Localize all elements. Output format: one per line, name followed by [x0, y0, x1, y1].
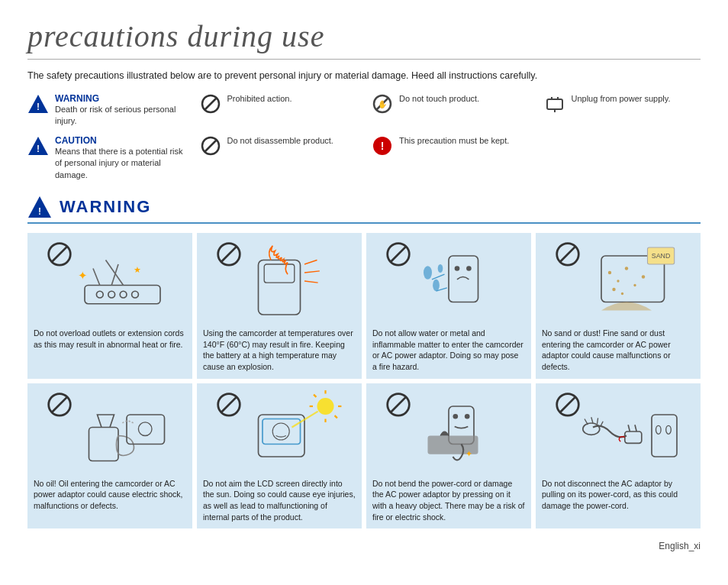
warning-section-header: ! WARNING	[27, 195, 701, 224]
footer: English_xi	[27, 541, 701, 551]
svg-point-53	[608, 271, 611, 274]
no-disassemble-legend-item: Do not disassemble product.	[200, 135, 357, 181]
svg-point-55	[625, 267, 628, 270]
caution-legend-text: CAUTION Means that there is a potential …	[55, 135, 185, 181]
svg-point-23	[108, 291, 115, 298]
warning-header-icon: !	[27, 195, 52, 219]
card-lcd: Do not aim the LCD screen directly into …	[197, 383, 362, 529]
card-temperature: Using the camcorder at temperatures over…	[197, 233, 362, 379]
svg-rect-34	[264, 264, 295, 283]
disconnect-illustration	[542, 389, 694, 473]
card-oil-image	[34, 389, 186, 473]
card-disconnect: Do not disconnect the AC adaptor by pull…	[536, 383, 701, 529]
svg-point-64	[138, 422, 152, 436]
svg-rect-67	[259, 415, 305, 457]
warning-cards-grid: ✦ ★ Do not overload outlets or extension…	[27, 233, 701, 529]
card-lcd-text: Do not aim the LCD screen directly into …	[203, 478, 356, 523]
must-keep-legend-text: This precaution must be kept.	[399, 135, 529, 147]
svg-text:!: !	[37, 144, 40, 154]
svg-line-26	[93, 268, 100, 285]
svg-point-42	[466, 266, 472, 271]
no-touch-legend-desc: Do not touch product.	[399, 93, 529, 105]
prohibited-legend-text: Prohibited action.	[227, 93, 357, 105]
card-water: Do not allow water or metal and inflamma…	[366, 233, 531, 379]
caution-legend-desc: Means that there is a potential risk of …	[55, 146, 185, 181]
prohibited-legend-item: Prohibited action.	[200, 93, 357, 128]
caution-legend-title: CAUTION	[55, 135, 185, 146]
card-bend-image: ✦	[372, 389, 525, 473]
svg-line-27	[111, 264, 118, 286]
card-sand-text: No sand or dust! Fine sand or dust enter…	[542, 328, 694, 373]
card-sand: SAND No sand or dust! Fine sand or dust …	[536, 233, 701, 379]
svg-text:SAND: SAND	[652, 252, 670, 260]
svg-rect-62	[89, 427, 119, 461]
svg-text:!: !	[37, 102, 40, 112]
svg-line-3	[205, 98, 217, 110]
warning-legend-text: WARNING Death or risk of serious persona…	[55, 93, 185, 128]
svg-line-37	[304, 281, 318, 283]
page-title: precautions during use	[27, 18, 701, 60]
card-bend-text: Do not bend the power-cord or damage the…	[372, 478, 525, 523]
card-overload-text: Do not overload outlets or extension cor…	[34, 328, 186, 350]
svg-line-35	[304, 260, 317, 264]
caution-triangle-icon: !	[27, 135, 49, 157]
prohibited-icon	[200, 93, 221, 115]
unplug-icon	[544, 93, 565, 115]
svg-rect-63	[127, 415, 165, 444]
oil-illustration	[34, 389, 186, 473]
sand-illustration: SAND	[542, 239, 694, 323]
unplug-legend-text: Unplug from power supply.	[572, 93, 701, 105]
svg-text:✦: ✦	[465, 449, 472, 458]
svg-point-90	[583, 423, 600, 435]
svg-line-93	[598, 418, 598, 424]
svg-point-44	[433, 280, 440, 291]
svg-point-58	[642, 275, 645, 278]
svg-text:!: !	[38, 206, 41, 217]
svg-text:✦: ✦	[78, 269, 88, 282]
no-touch-legend-item: ✋ Do not touch product.	[372, 93, 529, 128]
warning-triangle-icon: !	[27, 93, 49, 115]
svg-line-39	[391, 247, 406, 262]
svg-line-66	[221, 397, 237, 412]
warning-legend-title: WARNING	[55, 93, 185, 104]
svg-line-32	[221, 247, 237, 262]
svg-line-49	[560, 247, 575, 262]
card-water-text: Do not allow water or metal and inflamma…	[372, 328, 525, 373]
card-bend: ✦ Do not bend the power-cord or damage t…	[366, 383, 531, 529]
svg-point-81	[453, 414, 459, 419]
spacer-legend-item	[544, 135, 701, 181]
no-disassemble-legend-desc: Do not disassemble product.	[227, 135, 357, 147]
svg-line-97	[635, 425, 636, 431]
svg-point-25	[132, 291, 139, 298]
card-disconnect-text: Do not disconnect the AC adaptor by pull…	[542, 478, 694, 512]
svg-rect-68	[263, 419, 301, 444]
svg-text:★: ★	[134, 265, 141, 274]
svg-line-75	[335, 415, 337, 418]
card-temperature-image	[203, 239, 356, 323]
card-sand-image: SAND	[542, 239, 694, 323]
svg-point-59	[621, 292, 623, 295]
svg-point-22	[96, 291, 103, 298]
svg-text:!: !	[381, 140, 385, 152]
svg-point-88	[656, 425, 662, 434]
lcd-illustration	[203, 389, 356, 473]
card-oil: No oil! Oil entering the camcorder or AC…	[27, 383, 192, 529]
no-disassemble-legend-text: Do not disassemble product.	[227, 135, 357, 147]
no-disassemble-icon	[200, 135, 221, 157]
svg-line-96	[628, 425, 630, 431]
warning-legend-desc: Death or risk of serious personal injury…	[55, 104, 185, 128]
svg-line-46	[432, 274, 445, 280]
svg-point-57	[612, 288, 615, 291]
svg-line-36	[304, 271, 320, 273]
svg-line-86	[560, 397, 575, 412]
svg-rect-40	[449, 256, 478, 302]
overload-illustration: ✦ ★	[34, 239, 186, 323]
svg-line-92	[591, 417, 593, 423]
warning-header-text: WARNING	[60, 197, 151, 217]
svg-point-24	[120, 291, 127, 298]
svg-rect-87	[652, 415, 677, 457]
card-temperature-text: Using the camcorder at temperatures over…	[203, 328, 356, 373]
no-touch-legend-text: Do not touch product.	[399, 93, 529, 105]
card-lcd-image	[203, 389, 356, 473]
svg-line-74	[314, 394, 316, 396]
